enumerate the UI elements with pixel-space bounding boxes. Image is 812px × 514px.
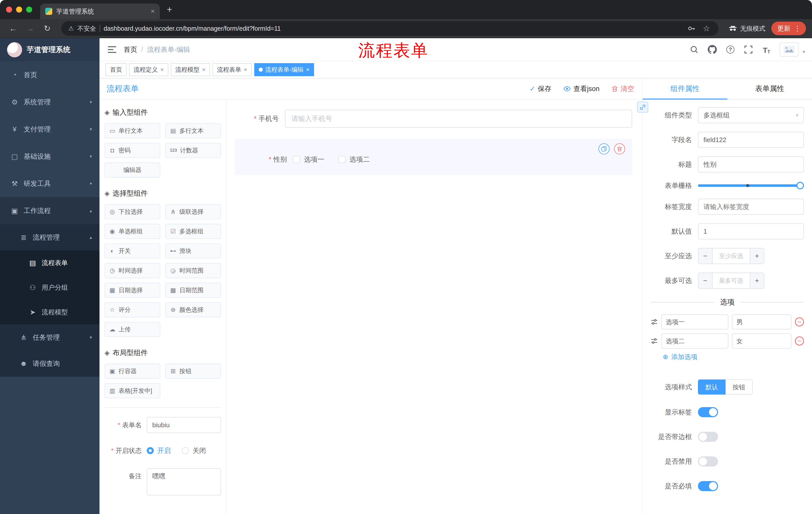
copy-component-button[interactable]: [599, 143, 609, 154]
comp-item-switch[interactable]: ◐开关: [105, 243, 160, 259]
comp-item-checkbox-group[interactable]: ☑多选框组: [165, 224, 221, 239]
comp-item-date-range[interactable]: ▩日期范围: [165, 283, 221, 298]
tag-close-icon[interactable]: ×: [160, 66, 164, 73]
sidebar-item-payment[interactable]: ¥ 支付管理 ▾: [0, 116, 99, 143]
gender-option2-checkbox[interactable]: 选项二: [339, 155, 370, 164]
comp-item-single-line-text[interactable]: ▭单行文本: [105, 123, 160, 138]
gender-option1-checkbox[interactable]: 选项一: [293, 155, 324, 164]
comp-item-rate[interactable]: ☆评分: [105, 302, 160, 317]
address-bar[interactable]: ⚠ 不安全 dashboard.yudao.iocoder.cn/bpm/man…: [61, 21, 719, 36]
comp-item-select[interactable]: ◎下拉选择: [105, 204, 160, 219]
forward-button[interactable]: →: [23, 21, 37, 35]
form-grid-slider[interactable]: [698, 182, 804, 190]
sidebar-item-process-form[interactable]: ▤ 流程表单: [0, 250, 99, 275]
decrease-button[interactable]: −: [698, 248, 713, 264]
sidebar-item-system[interactable]: ⚙ 系统管理 ▾: [0, 88, 99, 116]
tag-close-icon[interactable]: ×: [306, 66, 310, 73]
comp-item-password[interactable]: ◘密码: [105, 143, 160, 158]
sidebar-item-process-management[interactable]: ≣ 流程管理 ▴: [0, 224, 99, 250]
option-label-input[interactable]: [661, 333, 728, 349]
field-name-input[interactable]: [698, 132, 804, 148]
option-value-input[interactable]: [732, 314, 791, 329]
view-json-button[interactable]: 查看json: [563, 84, 600, 93]
checkbox-box[interactable]: [339, 156, 345, 163]
option-style-button-button[interactable]: 按钮: [726, 379, 753, 395]
decrease-button[interactable]: −: [698, 273, 713, 288]
avatar[interactable]: [780, 43, 799, 57]
reload-button[interactable]: ↻: [40, 21, 54, 35]
help-icon[interactable]: ?: [725, 45, 735, 55]
tag-process-definition[interactable]: 流程定义 ×: [129, 63, 168, 76]
github-icon[interactable]: [707, 45, 717, 55]
increase-button[interactable]: +: [750, 248, 764, 264]
tag-process-form-edit[interactable]: 流程表单-编辑 ×: [254, 63, 314, 76]
comp-item-time-picker[interactable]: ◷时间选择: [105, 263, 160, 278]
zoom-window-button[interactable]: [26, 6, 32, 12]
canvas-gender-field-selected[interactable]: 性别 选项一 选项二: [235, 139, 632, 175]
comp-item-multi-line-text[interactable]: ▤多行文本: [165, 123, 221, 138]
comp-item-upload[interactable]: ☁上传: [105, 322, 160, 337]
status-off-radio[interactable]: 关闭: [182, 446, 206, 455]
comp-item-table[interactable]: ▥表格[开发中]: [105, 383, 160, 398]
avatar-caret-icon[interactable]: ▾: [803, 49, 805, 57]
comp-item-row-container[interactable]: ▣行容器: [105, 363, 160, 379]
form-remark-textarea[interactable]: 嘿嘿: [147, 468, 221, 495]
option-style-default-button[interactable]: 默认: [698, 379, 726, 395]
browser-menu-kebab-icon[interactable]: ⋮: [794, 24, 801, 33]
update-button[interactable]: 更新 ⋮: [771, 22, 806, 35]
tag-home[interactable]: 首页: [106, 63, 127, 76]
increase-button[interactable]: +: [750, 273, 764, 288]
show-label-toggle[interactable]: [698, 407, 718, 417]
max-select-input[interactable]: [713, 273, 750, 288]
remove-option-button[interactable]: −: [795, 336, 804, 346]
password-key-icon[interactable]: [686, 23, 696, 33]
tab-form-props[interactable]: 表单属性: [727, 78, 812, 99]
drag-handle-icon[interactable]: [651, 318, 658, 325]
comp-item-radio-group[interactable]: ◉单选框组: [105, 224, 160, 239]
option-value-input[interactable]: [732, 333, 791, 349]
sidebar-item-devtools[interactable]: ⚒ 研发工具 ▾: [0, 170, 99, 197]
option-label-input[interactable]: [661, 314, 728, 329]
required-toggle[interactable]: [698, 481, 718, 491]
tab-component-props[interactable]: 组件属性: [643, 78, 727, 99]
drag-handle-icon[interactable]: [651, 337, 658, 345]
browser-tab[interactable]: 芋道管理系统 ×: [40, 3, 160, 19]
comp-item-date-picker[interactable]: ▦日期选择: [105, 283, 160, 298]
font-size-icon[interactable]: TT: [761, 45, 772, 55]
sidebar-toggle-icon[interactable]: [99, 46, 124, 53]
canvas-phone-field[interactable]: 手机号: [235, 110, 632, 128]
sidebar-item-leave-query[interactable]: ☻ 请假查询: [0, 351, 99, 377]
checkbox-box[interactable]: [293, 156, 300, 163]
delete-component-button[interactable]: [614, 143, 625, 154]
min-select-input[interactable]: [713, 248, 750, 264]
comp-item-editor[interactable]: 编辑器: [105, 162, 160, 178]
default-value-input[interactable]: [698, 223, 804, 239]
add-option-button[interactable]: ⊕ 添加选项: [663, 353, 804, 361]
search-icon[interactable]: [689, 45, 699, 55]
comp-item-button[interactable]: ⊞按钮: [165, 363, 221, 379]
phone-input[interactable]: [285, 110, 632, 128]
border-toggle[interactable]: [698, 432, 718, 442]
bookmark-star-icon[interactable]: ☆: [701, 23, 712, 33]
title-input[interactable]: [698, 156, 804, 172]
tag-process-model[interactable]: 流程模型 ×: [171, 63, 210, 76]
label-width-input[interactable]: [698, 199, 804, 215]
back-button[interactable]: ←: [6, 21, 20, 35]
comp-item-cascader[interactable]: ⋔级联选择: [165, 204, 221, 219]
component-type-select[interactable]: 多选框组 ▾: [698, 107, 804, 123]
remove-option-button[interactable]: −: [795, 317, 804, 326]
status-on-radio[interactable]: 开启: [147, 446, 171, 455]
clear-button[interactable]: 清空: [611, 84, 634, 93]
comp-item-counter[interactable]: 123计数器: [165, 143, 221, 158]
sidebar-item-task-management[interactable]: ⋔ 任务管理 ▾: [0, 324, 99, 351]
sidebar-item-infrastructure[interactable]: ▢ 基础设施 ▾: [0, 143, 99, 170]
disabled-toggle[interactable]: [698, 456, 718, 466]
tag-process-form[interactable]: 流程表单 ×: [212, 63, 252, 76]
new-tab-button[interactable]: +: [167, 4, 172, 15]
tab-close-icon[interactable]: ×: [151, 7, 155, 15]
comp-item-time-range[interactable]: ◶时间范围: [165, 263, 221, 278]
save-button[interactable]: ✓ 保存: [530, 84, 551, 93]
sidebar-item-user-group[interactable]: ⚇ 用户分组: [0, 275, 99, 300]
sidebar-item-workflow[interactable]: ▣ 工作流程 ▴: [0, 197, 99, 224]
slider-thumb[interactable]: [796, 182, 804, 189]
